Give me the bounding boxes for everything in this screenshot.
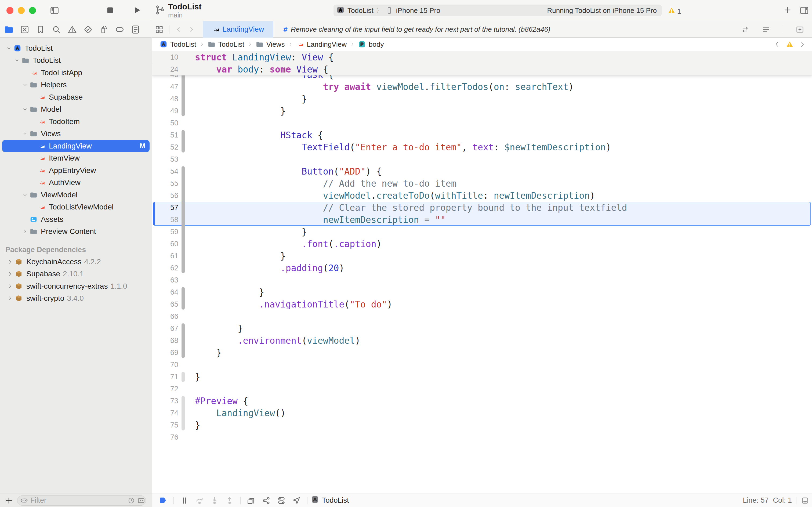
filter-icon[interactable] (20, 497, 28, 505)
code-text[interactable]: .navigationTitle("To do") (195, 298, 392, 311)
code-text[interactable]: try await viewModel.filterTodos(on: sear… (195, 81, 574, 93)
sidebar-item-todolistapp[interactable]: TodoListApp (2, 67, 150, 79)
code-line-59[interactable]: 59 } (152, 226, 812, 238)
code-line-10[interactable]: 10struct LandingView: View { (152, 51, 812, 63)
running-app-indicator[interactable]: A TodoList (311, 495, 349, 506)
code-line-70[interactable]: 70 (152, 359, 812, 371)
code-review-icon[interactable] (741, 25, 749, 34)
code-line-64[interactable]: 64 } (152, 286, 812, 298)
line-number[interactable]: 49 (152, 105, 178, 117)
line-number[interactable]: 58 (152, 214, 178, 226)
tab-landingview[interactable]: LandingView (203, 21, 273, 38)
add-file-button[interactable] (4, 496, 13, 505)
find-navigator-icon[interactable] (51, 24, 61, 35)
code-line-65[interactable]: 65 .navigationTitle("To do") (152, 298, 812, 311)
code-text[interactable]: } (195, 250, 286, 262)
line-number[interactable]: 61 (152, 250, 178, 262)
line-number[interactable]: 51 (152, 129, 178, 141)
line-number[interactable]: 50 (152, 117, 178, 129)
run-destination[interactable]: iPhone 15 Pro (396, 6, 441, 15)
code-text[interactable]: // Clear the stored property bound to th… (195, 202, 627, 214)
simulate-location-button[interactable] (292, 496, 301, 505)
breakpoints-toggle-button[interactable] (158, 496, 168, 505)
add-editor-button[interactable] (795, 25, 805, 34)
chevron-right-icon[interactable] (6, 271, 14, 277)
line-number[interactable]: 48 (152, 93, 178, 105)
line-number[interactable]: 55 (152, 177, 178, 189)
run-button[interactable] (132, 5, 142, 16)
code-text[interactable]: } (195, 419, 200, 431)
adjust-editor-options-icon[interactable] (762, 25, 770, 34)
code-text[interactable]: struct LandingView: View { (195, 51, 334, 63)
package-item-keychainaccess[interactable]: KeychainAccess4.2.2 (0, 256, 152, 268)
code-line-53[interactable]: 53 (152, 153, 812, 165)
next-issue-button[interactable] (799, 41, 806, 48)
code-line-76[interactable]: 76 (152, 431, 812, 443)
sidebar-item-authview[interactable]: AuthView (2, 177, 150, 189)
breadcrumb-item-body[interactable]: Pbody (358, 40, 384, 49)
code-line-67[interactable]: 67 } (152, 323, 812, 335)
code-text[interactable]: Button("ADD") { (195, 165, 382, 177)
line-number[interactable]: 59 (152, 226, 178, 238)
warning-badge[interactable]: 1 (668, 6, 681, 16)
code-text[interactable]: newItemDescription = "" (195, 214, 446, 226)
line-number[interactable]: 66 (152, 311, 178, 323)
recent-files-icon[interactable] (127, 497, 135, 504)
code-line-63[interactable]: 63 (152, 274, 812, 286)
zoom-window-button[interactable] (29, 7, 36, 14)
chevron-down-icon[interactable] (21, 82, 29, 88)
code-text[interactable]: } (195, 286, 264, 298)
code-text[interactable]: // Add the new to-do item (195, 177, 457, 189)
line-number[interactable]: 53 (152, 153, 178, 165)
scheme-selector[interactable]: A TodoList 〉 iPhone 15 Pro Running TodoL… (334, 5, 661, 16)
code-text[interactable]: } (195, 371, 200, 383)
sidebar-item-views[interactable]: Views (2, 128, 150, 140)
line-number[interactable]: 52 (152, 141, 178, 153)
toggle-inspector-button[interactable] (799, 5, 809, 15)
toggle-navigator-button[interactable] (49, 5, 60, 17)
code-text[interactable]: } (195, 226, 307, 238)
filter-field[interactable] (17, 496, 146, 506)
breadcrumb-item-todolist[interactable]: TodoList (208, 40, 244, 49)
chevron-right-icon[interactable] (6, 259, 14, 265)
code-line-72[interactable]: 72 (152, 383, 812, 395)
step-into-button[interactable] (210, 496, 219, 505)
line-number[interactable]: 54 (152, 165, 178, 177)
go-back-button[interactable] (175, 26, 182, 33)
sidebar-item-model[interactable]: Model (2, 103, 150, 116)
pause-button[interactable] (180, 496, 189, 505)
chevron-down-icon[interactable] (5, 46, 13, 51)
code-text[interactable]: var body: some View { (195, 63, 329, 75)
chevron-right-icon[interactable] (21, 229, 29, 234)
line-number[interactable]: 70 (152, 359, 178, 371)
code-text[interactable]: .font(.caption) (195, 238, 382, 250)
add-editor-tab-button[interactable] (783, 5, 792, 15)
code-line-75[interactable]: 75} (152, 419, 812, 431)
code-line-48[interactable]: 48 } (152, 93, 812, 105)
code-line-24[interactable]: 24 var body: some View { (152, 63, 812, 75)
close-window-button[interactable] (6, 7, 13, 14)
chevron-right-icon[interactable] (6, 296, 14, 301)
line-number[interactable]: 56 (152, 189, 178, 202)
chevron-right-icon[interactable] (6, 284, 14, 289)
code-line-50[interactable]: 50 (152, 117, 812, 129)
issue-warning-icon[interactable] (786, 40, 794, 48)
sidebar-item-appentryview[interactable]: AppEntryView (2, 164, 150, 177)
code-line-52[interactable]: 52 TextField("Enter a to-do item", text:… (152, 141, 812, 153)
code-line-69[interactable]: 69 } (152, 347, 812, 359)
line-number[interactable]: 74 (152, 407, 178, 419)
line-number[interactable]: 65 (152, 298, 178, 311)
go-forward-button[interactable] (188, 26, 195, 33)
chevron-down-icon[interactable] (21, 192, 29, 198)
sidebar-item-helpers[interactable]: Helpers (2, 79, 150, 91)
code-text[interactable]: } (195, 93, 307, 105)
sidebar-item-todoitem[interactable]: TodoItem (2, 115, 150, 128)
memory-graph-button[interactable] (262, 496, 271, 505)
breadcrumb-item-todolist[interactable]: ATodoList (160, 40, 196, 49)
environment-overrides-button[interactable] (277, 496, 286, 505)
bookmarks-navigator-icon[interactable] (36, 24, 46, 35)
step-over-button[interactable] (195, 496, 205, 505)
line-number[interactable]: 73 (152, 395, 178, 407)
package-item-swift-crypto[interactable]: swift-crypto3.4.0 (0, 292, 152, 305)
line-number[interactable]: 10 (152, 51, 178, 63)
